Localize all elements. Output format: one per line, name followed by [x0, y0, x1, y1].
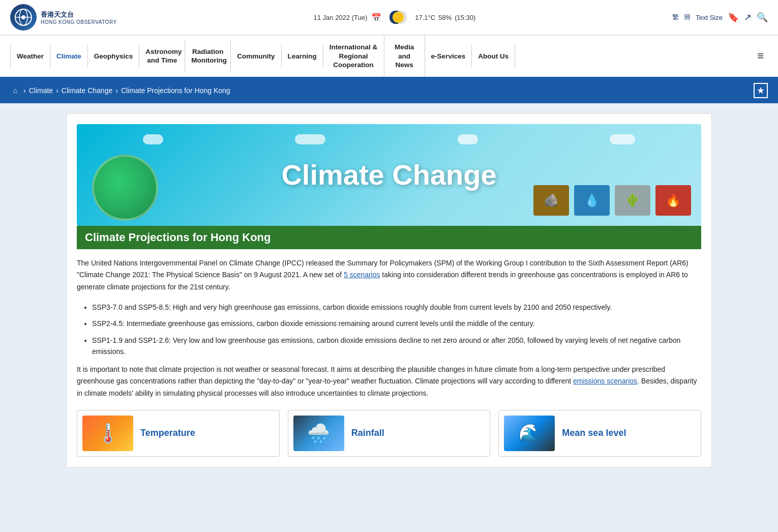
breadcrumb-current: Climate Projections for Hong Kong: [121, 86, 230, 95]
text-size-label[interactable]: Text Size: [696, 14, 723, 21]
globe-decoration: [92, 155, 158, 221]
day-night-toggle[interactable]: ☀️: [390, 11, 407, 24]
nav-climate[interactable]: Climate: [50, 45, 88, 68]
search-icon[interactable]: 🔍: [757, 12, 768, 23]
date-time-area: 11 Jan 2022 (Tue) 📅: [313, 13, 381, 22]
rain-icon: 🌧️: [307, 423, 330, 444]
content-card: Climate Change 🪨 💧 🌵 🔥 Climate Projectio…: [66, 113, 712, 467]
logo-chinese: 香港天文台: [41, 10, 117, 19]
breadcrumb-bookmark-icon[interactable]: ★: [754, 83, 768, 98]
date-display: 11 Jan 2022 (Tue): [313, 14, 367, 21]
share-icon[interactable]: ↗: [744, 12, 752, 23]
note-paragraph: It is important to note that climate pro…: [77, 364, 701, 400]
disaster-earth-icon: 🪨: [533, 185, 569, 216]
humidity-display: 58%: [438, 14, 452, 21]
rainfall-thumbnail: 🌧️: [293, 416, 344, 451]
header-center: 11 Jan 2022 (Tue) 📅 ☀️ 17.1°C 58% (15:30…: [313, 11, 475, 24]
five-scenarios-link[interactable]: 5 scenarios: [344, 271, 380, 279]
svg-point-3: [21, 15, 25, 19]
lang-traditional[interactable]: 繁: [672, 13, 679, 22]
bookmark-icon[interactable]: 🔖: [728, 12, 739, 23]
breadcrumb-climate-change[interactable]: Climate Change: [62, 86, 112, 95]
sea-level-card[interactable]: 🌊 Mean sea level: [498, 410, 701, 457]
breadcrumb-climate[interactable]: Climate: [29, 86, 53, 95]
clouds-decoration: [77, 134, 701, 144]
breadcrumb: ⌂ › Climate › Climate Change › Climate P…: [10, 85, 230, 96]
nav-about[interactable]: About Us: [472, 45, 515, 68]
rainfall-label: Rainfall: [351, 428, 384, 438]
nav-learning[interactable]: Learning: [282, 45, 323, 68]
nav-community[interactable]: Community: [231, 45, 281, 68]
disaster-tree-icon: 🌵: [615, 185, 650, 216]
sea-level-thumbnail: 🌊: [504, 416, 555, 451]
breadcrumb-bar: ⌂ › Climate › Climate Change › Climate P…: [0, 78, 778, 103]
sun-icon: ☀️: [393, 12, 404, 23]
temperature-card[interactable]: 🌡️ Temperature: [77, 410, 280, 457]
sea-level-label: Mean sea level: [562, 428, 626, 438]
banner-subtitle: Climate Projections for Hong Kong: [77, 226, 701, 249]
main-navigation: Weather Climate Geophysics Astronomyand …: [0, 35, 778, 78]
topic-cards: 🌡️ Temperature 🌧️ Rainfall 🌊 Mean sea le…: [77, 410, 701, 457]
nav-media[interactable]: Mediaand News: [384, 36, 425, 77]
nav-geophysics[interactable]: Geophysics: [88, 45, 140, 68]
weather-info: 17.1°C 58% (15:30): [415, 14, 475, 21]
home-icon[interactable]: ⌂: [10, 85, 20, 96]
time-display: (15:30): [455, 14, 475, 21]
temperature-label: Temperature: [140, 428, 195, 438]
logo-text: 香港天文台 HONG KONG OBSERVATORY: [41, 10, 117, 25]
calendar-icon[interactable]: 📅: [371, 13, 381, 22]
header-actions: 繁 簡 Text Size 🔖 ↗ 🔍: [672, 12, 768, 23]
nav-astronomy[interactable]: Astronomyand Time: [139, 40, 185, 72]
nav-radiation[interactable]: RadiationMonitoring: [185, 40, 231, 72]
main-content: Climate Change 🪨 💧 🌵 🔥 Climate Projectio…: [0, 103, 778, 478]
banner-title: Climate Change: [281, 158, 496, 191]
site-header: 香港天文台 HONG KONG OBSERVATORY 11 Jan 2022 …: [0, 0, 778, 35]
emissions-scenarios-link[interactable]: emissions scenarios: [573, 377, 637, 385]
thermometer-icon: 🌡️: [97, 423, 119, 444]
sea-icon: 🌊: [518, 423, 541, 444]
nav-weather[interactable]: Weather: [10, 45, 50, 68]
nav-eservices[interactable]: e-Services: [425, 45, 472, 68]
banner-disaster-icons: 🪨 💧 🌵 🔥: [533, 185, 691, 216]
climate-change-banner: Climate Change 🪨 💧 🌵 🔥: [77, 124, 701, 226]
logo-english: HONG KONG OBSERVATORY: [41, 19, 117, 25]
logo-area: 香港天文台 HONG KONG OBSERVATORY: [10, 4, 117, 31]
scenario-item-3: SSP1-1.9 and SSP1-2.6: Very low and low …: [92, 335, 701, 358]
intro-paragraph: The United Nations Intergovernmental Pan…: [77, 257, 701, 293]
scenario-item-2: SSP2-4.5: Intermediate greenhouse gas em…: [92, 318, 701, 329]
scenario-list: SSP3-7.0 and SSP5-8.5: High and very hig…: [92, 302, 701, 358]
lang-simplified[interactable]: 簡: [684, 13, 691, 22]
disaster-water-icon: 💧: [574, 185, 610, 216]
temperature-display: 17.1°C: [415, 14, 435, 21]
nav-international[interactable]: International &Regional Cooperation: [323, 36, 384, 77]
disaster-fire-icon: 🔥: [655, 185, 691, 216]
hamburger-menu-icon[interactable]: ≡: [753, 49, 768, 63]
logo-icon: [10, 4, 37, 31]
rainfall-card[interactable]: 🌧️ Rainfall: [288, 410, 491, 457]
temperature-thumbnail: 🌡️: [82, 416, 133, 451]
scenario-item-1: SSP3-7.0 and SSP5-8.5: High and very hig…: [92, 302, 701, 313]
